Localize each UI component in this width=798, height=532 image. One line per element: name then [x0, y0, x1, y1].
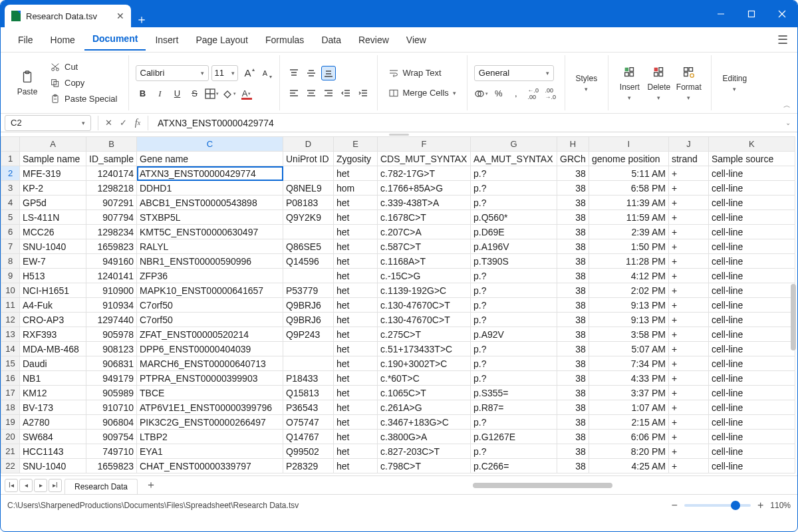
- cell[interactable]: p.T390S: [471, 254, 557, 269]
- cell[interactable]: cell-line: [708, 298, 795, 313]
- cell[interactable]: ATXN3_ENST00000429774: [137, 166, 283, 181]
- cell[interactable]: AA_MUT_SYNTAX: [471, 152, 557, 166]
- row-header-14[interactable]: 14: [1, 342, 20, 356]
- cell[interactable]: c.130-47670C>T: [378, 313, 471, 327]
- cell[interactable]: het: [334, 298, 378, 313]
- ribbon-options-icon[interactable]: ☰: [777, 33, 788, 47]
- row-header-10[interactable]: 10: [1, 283, 20, 298]
- cell[interactable]: 2:15 AM: [589, 415, 668, 430]
- cell[interactable]: Q15813: [283, 386, 334, 400]
- cell[interactable]: Daudi: [20, 356, 86, 371]
- cell[interactable]: MCC26: [20, 225, 86, 239]
- cell[interactable]: Q8NEL9: [283, 181, 334, 196]
- row-header-3[interactable]: 3: [1, 181, 20, 196]
- cell[interactable]: p.?: [471, 313, 557, 327]
- col-header-B[interactable]: B: [86, 137, 137, 152]
- cell[interactable]: cell-line: [708, 386, 795, 400]
- cell[interactable]: KP-2: [20, 181, 86, 196]
- bold-button[interactable]: B: [136, 86, 150, 101]
- col-header-A[interactable]: A: [20, 137, 86, 152]
- cell[interactable]: [283, 356, 334, 371]
- cell[interactable]: het: [334, 386, 378, 400]
- row-header-4[interactable]: 4: [1, 196, 20, 210]
- cell[interactable]: p.?: [471, 371, 557, 386]
- cell[interactable]: 4:12 PM: [589, 269, 668, 283]
- align-middle-button[interactable]: [304, 66, 319, 80]
- cell[interactable]: 38: [557, 400, 589, 415]
- cell[interactable]: Q14596: [283, 254, 334, 269]
- italic-button[interactable]: I: [153, 86, 168, 101]
- cell[interactable]: hom: [334, 181, 378, 196]
- cell[interactable]: MAPK10_ENST00000641657: [137, 283, 283, 298]
- window-maximize-button[interactable]: [736, 1, 767, 27]
- cell[interactable]: PIK3C2G_ENST00000266497: [137, 415, 283, 430]
- row-header-22[interactable]: 22: [1, 459, 20, 473]
- cell[interactable]: KM12: [20, 386, 86, 400]
- wrap-text-button[interactable]: Wrap Text: [384, 66, 460, 80]
- cell[interactable]: 38: [557, 327, 589, 342]
- cell[interactable]: +: [668, 415, 708, 430]
- cell[interactable]: O75747: [283, 415, 334, 430]
- cell[interactable]: GP5d: [20, 196, 86, 210]
- cell[interactable]: p.Q560*: [471, 210, 557, 225]
- cell[interactable]: +: [668, 400, 708, 415]
- col-header-D[interactable]: D: [283, 137, 334, 152]
- cell[interactable]: cell-line: [708, 459, 795, 473]
- cell[interactable]: 1:50 PM: [589, 239, 668, 254]
- col-header-E[interactable]: E: [334, 137, 378, 152]
- cell[interactable]: p.?: [471, 356, 557, 371]
- cell[interactable]: P28329: [283, 459, 334, 473]
- cell[interactable]: p.G1267E: [471, 430, 557, 444]
- window-close-button[interactable]: [767, 1, 797, 27]
- col-header-G[interactable]: G: [471, 137, 557, 152]
- cell[interactable]: c.798C>T: [378, 459, 471, 473]
- cell[interactable]: ABCB1_ENST00000543898: [137, 196, 283, 210]
- cell[interactable]: cell-line: [708, 196, 795, 210]
- window-minimize-button[interactable]: [706, 1, 736, 27]
- cell[interactable]: 949160: [86, 254, 137, 269]
- cell[interactable]: NBR1_ENST00000590996: [137, 254, 283, 269]
- cell[interactable]: 6:06 PM: [589, 430, 668, 444]
- cell[interactable]: SNU-1040: [20, 459, 86, 473]
- styles-button[interactable]: Styles▾: [572, 57, 601, 109]
- cell[interactable]: 2:39 AM: [589, 225, 668, 239]
- cell[interactable]: p.A196V: [471, 239, 557, 254]
- cell[interactable]: 3:58 PM: [589, 327, 668, 342]
- name-box[interactable]: C2▾: [5, 115, 91, 131]
- sheet-nav-first-icon[interactable]: I◂: [5, 479, 18, 492]
- cell[interactable]: 38: [557, 254, 589, 269]
- align-center-button[interactable]: [304, 86, 319, 100]
- cell[interactable]: C7orf50: [137, 298, 283, 313]
- cell[interactable]: LTBP2: [137, 430, 283, 444]
- cell[interactable]: cell-line: [708, 166, 795, 181]
- cell[interactable]: A4-Fuk: [20, 298, 86, 313]
- cell[interactable]: +: [668, 298, 708, 313]
- cell[interactable]: c.275C>T: [378, 327, 471, 342]
- menu-data[interactable]: Data: [313, 31, 349, 49]
- cell[interactable]: KMT5C_ENST00000630497: [137, 225, 283, 239]
- cell[interactable]: c.51+173433T>C: [378, 342, 471, 356]
- cell[interactable]: EYA1: [137, 444, 283, 459]
- format-cells-button[interactable]: Format▾: [674, 57, 704, 109]
- cell[interactable]: 908123: [86, 342, 137, 356]
- cut-button[interactable]: Cut: [46, 60, 122, 74]
- sheet-nav-next-icon[interactable]: ▸: [34, 479, 47, 492]
- cell[interactable]: Q99502: [283, 444, 334, 459]
- cell[interactable]: cell-line: [708, 269, 795, 283]
- cell[interactable]: 38: [557, 269, 589, 283]
- cell[interactable]: +: [668, 239, 708, 254]
- cell[interactable]: 1298218: [86, 181, 137, 196]
- cell[interactable]: +: [668, 196, 708, 210]
- cell[interactable]: c.3800G>A: [378, 430, 471, 444]
- cell[interactable]: het: [334, 430, 378, 444]
- cell[interactable]: [283, 269, 334, 283]
- cell[interactable]: +: [668, 356, 708, 371]
- cell[interactable]: 38: [557, 444, 589, 459]
- cell[interactable]: p.?: [471, 196, 557, 210]
- cell[interactable]: het: [334, 327, 378, 342]
- cell[interactable]: Q86SE5: [283, 239, 334, 254]
- cell[interactable]: 38: [557, 196, 589, 210]
- cell[interactable]: 38: [557, 459, 589, 473]
- decrease-font-button[interactable]: A: [258, 66, 273, 80]
- cell[interactable]: p.S355=: [471, 386, 557, 400]
